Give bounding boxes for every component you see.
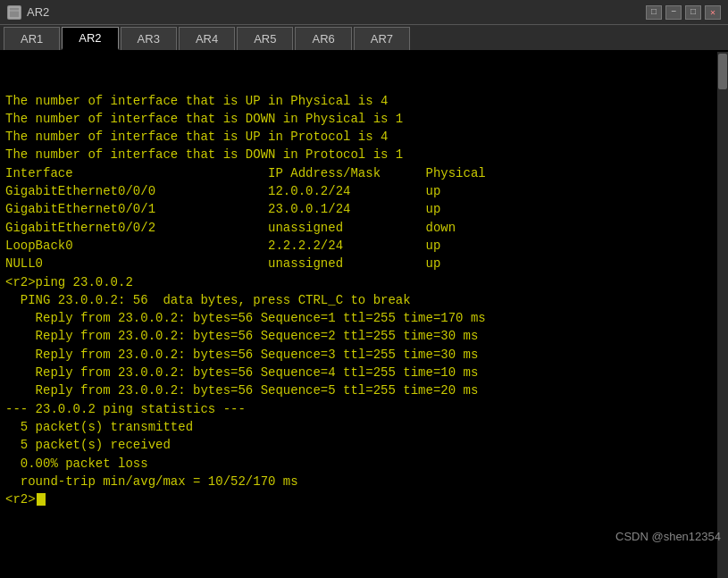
close-button[interactable]: ✕ — [705, 5, 721, 20]
terminal-output[interactable]: The number of interface that is UP in Ph… — [0, 52, 728, 578]
terminal-line: NULL0 unassigned up — [5, 255, 723, 272]
terminal-line: Reply from 23.0.0.2: bytes=56 Sequence=1… — [5, 309, 723, 327]
scrollbar[interactable] — [717, 52, 728, 578]
terminal-prompt-line: <r2> — [5, 490, 723, 508]
tab-ar2[interactable]: AR2 — [62, 27, 118, 50]
terminal-line: Reply from 23.0.0.2: bytes=56 Sequence=3… — [5, 346, 723, 364]
tab-ar6[interactable]: AR6 — [295, 27, 351, 50]
tab-ar4[interactable]: AR4 — [179, 27, 235, 50]
terminal-line: <r2>ping 23.0.0.2 — [5, 273, 723, 291]
terminal-line: 5 packet(s) received — [5, 436, 723, 454]
terminal-line: The number of interface that is UP in Ph… — [5, 92, 723, 110]
tab-bar: AR1 AR2 AR3 AR4 AR5 AR6 AR7 — [0, 25, 728, 52]
terminal-line: GigabitEthernet0/0/0 12.0.0.2/24 up — [5, 182, 723, 200]
title-bar: AR2 □ − □ ✕ — [0, 0, 728, 25]
terminal-line: 0.00% packet loss — [5, 455, 723, 473]
tab-ar1[interactable]: AR1 — [4, 27, 60, 50]
terminal-line: Interface IP Address/Mask Physical — [5, 164, 723, 182]
scrollbar-thumb[interactable] — [718, 54, 727, 89]
svg-rect-0 — [9, 7, 20, 18]
restore-button[interactable]: □ — [646, 5, 662, 20]
tab-ar3[interactable]: AR3 — [121, 27, 177, 50]
tab-ar5[interactable]: AR5 — [237, 27, 293, 50]
terminal-cursor — [37, 493, 46, 506]
terminal-line: 5 packet(s) transmitted — [5, 418, 723, 436]
minimize-button[interactable]: − — [665, 5, 682, 20]
terminal-line: GigabitEthernet0/0/2 unassigned down — [5, 219, 723, 237]
terminal-prompt: <r2> — [5, 490, 36, 508]
terminal-line: LoopBack0 2.2.2.2/24 up — [5, 237, 723, 255]
window-title: AR2 — [27, 5, 49, 19]
terminal-line: Reply from 23.0.0.2: bytes=56 Sequence=4… — [5, 364, 723, 381]
title-bar-left: AR2 — [7, 5, 49, 20]
terminal-line: GigabitEthernet0/0/1 23.0.0.1/24 up — [5, 200, 723, 218]
maximize-button[interactable]: □ — [685, 5, 701, 20]
terminal-line: Reply from 23.0.0.2: bytes=56 Sequence=5… — [5, 381, 723, 399]
watermark: CSDN @shen12354 — [615, 529, 721, 546]
tab-ar7[interactable]: AR7 — [354, 27, 410, 50]
terminal-line: Reply from 23.0.0.2: bytes=56 Sequence=2… — [5, 327, 723, 345]
terminal-line: round-trip min/avg/max = 10/52/170 ms — [5, 473, 723, 490]
terminal-line: PING 23.0.0.2: 56 data bytes, press CTRL… — [5, 291, 723, 309]
terminal-line: The number of interface that is DOWN in … — [5, 146, 723, 163]
terminal-line: The number of interface that is UP in Pr… — [5, 128, 723, 146]
window-controls[interactable]: □ − □ ✕ — [646, 5, 721, 20]
app-icon — [7, 5, 21, 20]
terminal-line: The number of interface that is DOWN in … — [5, 110, 723, 128]
terminal-line: --- 23.0.0.2 ping statistics --- — [5, 400, 723, 418]
